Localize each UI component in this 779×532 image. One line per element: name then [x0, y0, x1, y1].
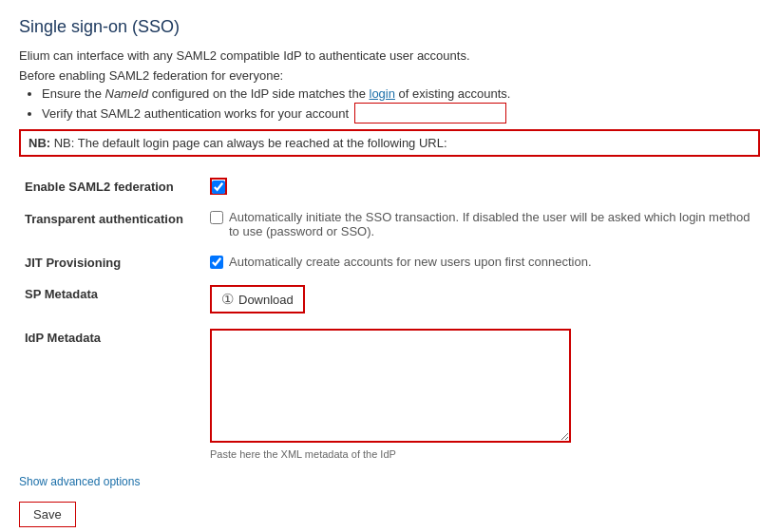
show-advanced-options-link[interactable]: Show advanced options — [19, 475, 140, 488]
download-label: Download — [238, 293, 294, 307]
transparent-auth-description: Automatically initiate the SSO transacti… — [229, 210, 754, 238]
transparent-auth-checkbox[interactable] — [210, 211, 223, 224]
before-label: Before enabling SAML2 federation for eve… — [19, 68, 760, 83]
jit-provisioning-label: JIT Provisioning — [19, 246, 204, 277]
idp-metadata-label: IdP Metadata — [19, 321, 204, 467]
enable-saml-checkbox[interactable] — [212, 180, 225, 194]
page-title: Single sign-on (SSO) — [19, 17, 760, 37]
enable-saml-checkbox-wrapper[interactable] — [210, 178, 227, 195]
save-button[interactable]: Save — [19, 502, 76, 527]
sp-metadata-label: SP Metadata — [19, 277, 204, 321]
settings-form: Enable SAML2 federation Transparent auth… — [19, 170, 760, 467]
jit-provisioning-description: Automatically create accounts for new us… — [229, 255, 592, 269]
nb-notice: NB: NB: The default login page can alway… — [19, 129, 760, 157]
transparent-auth-cell: Automatically initiate the SSO transacti… — [204, 202, 760, 246]
idp-metadata-textarea[interactable] — [210, 329, 571, 443]
save-button-container: Save — [19, 502, 760, 527]
download-circle-icon: ① — [221, 291, 234, 308]
transparent-auth-label: Transparent authentication — [19, 202, 204, 246]
transparent-auth-row: Transparent authentication Automatically… — [19, 202, 760, 246]
idp-metadata-row: IdP Metadata Paste here the XML metadata… — [19, 321, 760, 467]
bullet-verify: Verify that SAML2 authentication works f… — [42, 103, 760, 124]
jit-provisioning-cell: Automatically create accounts for new us… — [204, 246, 760, 277]
enable-saml-label: Enable SAML2 federation — [19, 170, 204, 202]
enable-saml-row: Enable SAML2 federation — [19, 170, 760, 202]
intro-text: Elium can interface with any SAML2 compa… — [19, 48, 760, 63]
jit-provisioning-checkbox[interactable] — [210, 256, 223, 269]
bullet-nameid: Ensure the NameId configured on the IdP … — [42, 86, 760, 101]
jit-provisioning-row: JIT Provisioning Automatically create ac… — [19, 246, 760, 277]
verify-account-input[interactable] — [354, 103, 506, 124]
idp-metadata-hint: Paste here the XML metadata of the IdP — [210, 448, 754, 460]
idp-metadata-cell: Paste here the XML metadata of the IdP — [204, 321, 760, 467]
sp-metadata-row: SP Metadata ① Download — [19, 277, 760, 321]
sp-metadata-cell: ① Download — [204, 277, 760, 321]
download-button[interactable]: ① Download — [210, 285, 305, 314]
enable-saml-cell — [204, 170, 760, 202]
